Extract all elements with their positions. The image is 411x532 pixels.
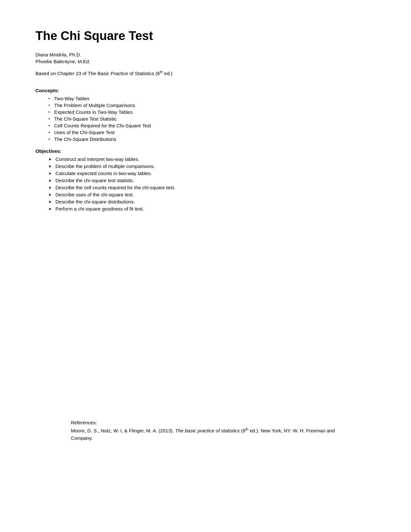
list-item: Describe the chi-square test statistic. bbox=[48, 178, 376, 183]
references-text-prefix: Moore, D. S., Notz, W. I, & Flinger, M. … bbox=[71, 428, 175, 433]
list-item: Describe the problem of multiple compari… bbox=[48, 163, 376, 169]
list-item: The Chi-Square Distributions bbox=[48, 136, 376, 142]
concepts-heading: Concepts: bbox=[35, 88, 376, 93]
based-on-suffix: ed.) bbox=[163, 71, 172, 76]
references-superscript: th bbox=[245, 427, 248, 431]
list-item: The Problem of Multiple Comparisons bbox=[48, 103, 376, 108]
page-title: The Chi Square Test bbox=[35, 29, 376, 43]
concepts-list: Two-Way Tables The Problem of Multiple C… bbox=[48, 96, 376, 142]
objectives-section: Objectives: Construct and interpret two-… bbox=[35, 148, 376, 212]
list-item: Construct and interpret two-way tables. bbox=[48, 156, 376, 162]
list-item: Perform a chi-square goodness of fit tes… bbox=[48, 206, 376, 212]
list-item: The Chi-Square Test Statistic bbox=[48, 116, 376, 122]
list-item: Two-Way Tables bbox=[48, 96, 376, 101]
concepts-section: Concepts: Two-Way Tables The Problem of … bbox=[35, 88, 376, 142]
list-item: Describe the chi-square distributions. bbox=[48, 199, 376, 204]
based-on-superscript: th bbox=[160, 70, 163, 74]
list-item: Expected Counts in Two-Way Tables bbox=[48, 109, 376, 115]
references-label: References: bbox=[71, 420, 340, 425]
references-section: References: Moore, D. S., Notz, W. I, & … bbox=[71, 420, 340, 442]
objectives-heading: Objectives: bbox=[35, 148, 376, 154]
list-item: Describe the cell counts required for th… bbox=[48, 185, 376, 190]
references-text-italic: The basic practice of statistics bbox=[175, 428, 240, 433]
list-item: Calculate expected counts in two-way tab… bbox=[48, 171, 376, 176]
list-item: Cell Counts Required for the Chi-Square … bbox=[48, 123, 376, 128]
page-content: The Chi Square Test Diana Mindrila, Ph.D… bbox=[35, 29, 376, 480]
list-item: Describe uses of the chi-square test. bbox=[48, 192, 376, 197]
author-line1: Diana Mindrila, Ph.D. bbox=[35, 52, 376, 57]
references-text: Moore, D. S., Notz, W. I, & Flinger, M. … bbox=[71, 427, 340, 442]
based-on-prefix: Based on Chapter 23 of The Basic Practic… bbox=[35, 71, 160, 76]
author-line2: Phoebe Balentyne, M.Ed. bbox=[35, 59, 376, 64]
objectives-list: Construct and interpret two-way tables. … bbox=[48, 156, 376, 212]
based-on-text: Based on Chapter 23 of The Basic Practic… bbox=[35, 70, 376, 76]
list-item: Uses of the Chi-Square Test bbox=[48, 130, 376, 135]
references-text-suffix-pre: (6 bbox=[240, 428, 246, 433]
